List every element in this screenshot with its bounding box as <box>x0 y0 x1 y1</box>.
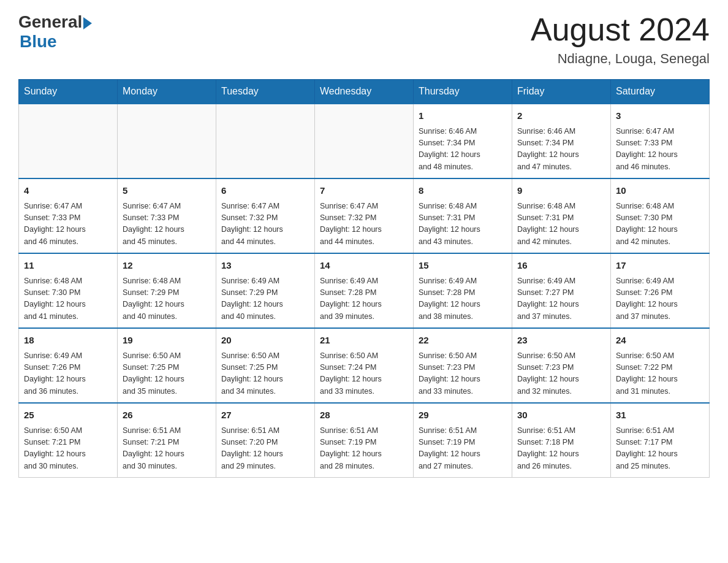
calendar-header-tuesday: Tuesday <box>216 80 315 104</box>
day-number: 9 <box>517 184 605 198</box>
logo-arrow-icon <box>83 17 92 29</box>
calendar-cell: 5Sunrise: 6:47 AM Sunset: 7:33 PM Daylig… <box>118 178 216 253</box>
day-number: 13 <box>221 259 309 273</box>
day-info: Sunrise: 6:48 AM Sunset: 7:31 PM Dayligh… <box>517 201 605 248</box>
day-number: 18 <box>24 334 112 348</box>
calendar-cell: 24Sunrise: 6:50 AM Sunset: 7:22 PM Dayli… <box>611 328 710 403</box>
calendar-cell <box>315 104 414 178</box>
week-row-3: 11Sunrise: 6:48 AM Sunset: 7:30 PM Dayli… <box>19 253 710 328</box>
week-row-5: 25Sunrise: 6:50 AM Sunset: 7:21 PM Dayli… <box>19 403 710 478</box>
calendar-cell: 28Sunrise: 6:51 AM Sunset: 7:19 PM Dayli… <box>315 403 414 478</box>
day-info: Sunrise: 6:50 AM Sunset: 7:25 PM Dayligh… <box>123 350 211 398</box>
day-info: Sunrise: 6:47 AM Sunset: 7:32 PM Dayligh… <box>320 201 408 248</box>
calendar-cell: 27Sunrise: 6:51 AM Sunset: 7:20 PM Dayli… <box>216 403 315 478</box>
week-row-2: 4Sunrise: 6:47 AM Sunset: 7:33 PM Daylig… <box>19 178 710 253</box>
week-row-1: 1Sunrise: 6:46 AM Sunset: 7:34 PM Daylig… <box>19 104 710 178</box>
day-number: 16 <box>517 259 605 273</box>
day-info: Sunrise: 6:49 AM Sunset: 7:27 PM Dayligh… <box>517 275 605 323</box>
day-info: Sunrise: 6:51 AM Sunset: 7:17 PM Dayligh… <box>616 425 704 473</box>
day-number: 30 <box>517 408 605 423</box>
calendar-cell: 19Sunrise: 6:50 AM Sunset: 7:25 PM Dayli… <box>118 328 216 403</box>
page-header: General Blue August 2024 Ndiagne, Louga,… <box>18 12 710 67</box>
day-info: Sunrise: 6:47 AM Sunset: 7:33 PM Dayligh… <box>24 201 112 248</box>
calendar-table: SundayMondayTuesdayWednesdayThursdayFrid… <box>18 79 710 478</box>
day-number: 7 <box>320 184 408 198</box>
day-info: Sunrise: 6:51 AM Sunset: 7:19 PM Dayligh… <box>320 425 408 473</box>
main-title: August 2024 <box>531 12 710 47</box>
day-info: Sunrise: 6:51 AM Sunset: 7:19 PM Dayligh… <box>419 425 507 473</box>
day-info: Sunrise: 6:48 AM Sunset: 7:31 PM Dayligh… <box>419 201 507 248</box>
day-info: Sunrise: 6:48 AM Sunset: 7:30 PM Dayligh… <box>24 275 112 323</box>
day-info: Sunrise: 6:49 AM Sunset: 7:28 PM Dayligh… <box>320 275 408 323</box>
calendar-cell: 2Sunrise: 6:46 AM Sunset: 7:34 PM Daylig… <box>512 104 611 178</box>
day-number: 23 <box>517 334 605 348</box>
day-info: Sunrise: 6:51 AM Sunset: 7:18 PM Dayligh… <box>517 425 605 473</box>
day-number: 28 <box>320 408 408 423</box>
calendar-header-row: SundayMondayTuesdayWednesdayThursdayFrid… <box>19 80 710 104</box>
calendar-header-thursday: Thursday <box>414 80 512 104</box>
logo-general: General <box>18 12 82 32</box>
calendar-header-friday: Friday <box>512 80 611 104</box>
calendar-cell <box>118 104 216 178</box>
day-info: Sunrise: 6:47 AM Sunset: 7:32 PM Dayligh… <box>221 201 309 248</box>
day-number: 19 <box>123 334 211 348</box>
day-info: Sunrise: 6:50 AM Sunset: 7:23 PM Dayligh… <box>419 350 507 398</box>
day-info: Sunrise: 6:49 AM Sunset: 7:28 PM Dayligh… <box>419 275 507 323</box>
logo-blue: Blue <box>20 32 92 52</box>
calendar-header-monday: Monday <box>118 80 216 104</box>
calendar-cell: 18Sunrise: 6:49 AM Sunset: 7:26 PM Dayli… <box>19 328 118 403</box>
day-number: 8 <box>419 184 507 198</box>
calendar-cell: 12Sunrise: 6:48 AM Sunset: 7:29 PM Dayli… <box>118 253 216 328</box>
day-info: Sunrise: 6:47 AM Sunset: 7:33 PM Dayligh… <box>616 126 704 174</box>
calendar-cell: 22Sunrise: 6:50 AM Sunset: 7:23 PM Dayli… <box>414 328 512 403</box>
calendar-cell: 25Sunrise: 6:50 AM Sunset: 7:21 PM Dayli… <box>19 403 118 478</box>
day-info: Sunrise: 6:49 AM Sunset: 7:26 PM Dayligh… <box>616 275 704 323</box>
calendar-cell: 16Sunrise: 6:49 AM Sunset: 7:27 PM Dayli… <box>512 253 611 328</box>
calendar-cell: 3Sunrise: 6:47 AM Sunset: 7:33 PM Daylig… <box>611 104 710 178</box>
day-info: Sunrise: 6:51 AM Sunset: 7:21 PM Dayligh… <box>123 425 211 473</box>
calendar-cell: 14Sunrise: 6:49 AM Sunset: 7:28 PM Dayli… <box>315 253 414 328</box>
day-number: 31 <box>616 408 704 423</box>
day-info: Sunrise: 6:49 AM Sunset: 7:26 PM Dayligh… <box>24 350 112 398</box>
calendar-cell: 8Sunrise: 6:48 AM Sunset: 7:31 PM Daylig… <box>414 178 512 253</box>
logo: General Blue <box>18 12 92 52</box>
calendar-cell: 23Sunrise: 6:50 AM Sunset: 7:23 PM Dayli… <box>512 328 611 403</box>
calendar-cell <box>19 104 118 178</box>
calendar-cell: 29Sunrise: 6:51 AM Sunset: 7:19 PM Dayli… <box>414 403 512 478</box>
calendar-header-saturday: Saturday <box>611 80 710 104</box>
calendar-cell: 13Sunrise: 6:49 AM Sunset: 7:29 PM Dayli… <box>216 253 315 328</box>
day-number: 5 <box>123 184 211 198</box>
calendar-cell: 30Sunrise: 6:51 AM Sunset: 7:18 PM Dayli… <box>512 403 611 478</box>
day-number: 2 <box>517 109 605 123</box>
day-number: 12 <box>123 259 211 273</box>
day-info: Sunrise: 6:48 AM Sunset: 7:29 PM Dayligh… <box>123 275 211 323</box>
day-number: 6 <box>221 184 309 198</box>
day-number: 15 <box>419 259 507 273</box>
day-info: Sunrise: 6:48 AM Sunset: 7:30 PM Dayligh… <box>616 201 704 248</box>
calendar-cell: 1Sunrise: 6:46 AM Sunset: 7:34 PM Daylig… <box>414 104 512 178</box>
day-info: Sunrise: 6:50 AM Sunset: 7:23 PM Dayligh… <box>517 350 605 398</box>
day-info: Sunrise: 6:46 AM Sunset: 7:34 PM Dayligh… <box>517 126 605 174</box>
day-number: 3 <box>616 109 704 123</box>
day-info: Sunrise: 6:50 AM Sunset: 7:21 PM Dayligh… <box>24 425 112 473</box>
calendar-cell: 10Sunrise: 6:48 AM Sunset: 7:30 PM Dayli… <box>611 178 710 253</box>
calendar-cell <box>216 104 315 178</box>
week-row-4: 18Sunrise: 6:49 AM Sunset: 7:26 PM Dayli… <box>19 328 710 403</box>
day-number: 14 <box>320 259 408 273</box>
calendar-cell: 26Sunrise: 6:51 AM Sunset: 7:21 PM Dayli… <box>118 403 216 478</box>
day-info: Sunrise: 6:46 AM Sunset: 7:34 PM Dayligh… <box>419 126 507 174</box>
day-number: 4 <box>24 184 112 198</box>
calendar-header-wednesday: Wednesday <box>315 80 414 104</box>
day-number: 29 <box>419 408 507 423</box>
day-number: 22 <box>419 334 507 348</box>
calendar-cell: 4Sunrise: 6:47 AM Sunset: 7:33 PM Daylig… <box>19 178 118 253</box>
day-number: 10 <box>616 184 704 198</box>
day-number: 24 <box>616 334 704 348</box>
day-info: Sunrise: 6:51 AM Sunset: 7:20 PM Dayligh… <box>221 425 309 473</box>
calendar-cell: 17Sunrise: 6:49 AM Sunset: 7:26 PM Dayli… <box>611 253 710 328</box>
calendar-cell: 21Sunrise: 6:50 AM Sunset: 7:24 PM Dayli… <box>315 328 414 403</box>
calendar-cell: 9Sunrise: 6:48 AM Sunset: 7:31 PM Daylig… <box>512 178 611 253</box>
day-info: Sunrise: 6:50 AM Sunset: 7:22 PM Dayligh… <box>616 350 704 398</box>
day-number: 1 <box>419 109 507 123</box>
subtitle: Ndiagne, Louga, Senegal <box>531 51 710 67</box>
